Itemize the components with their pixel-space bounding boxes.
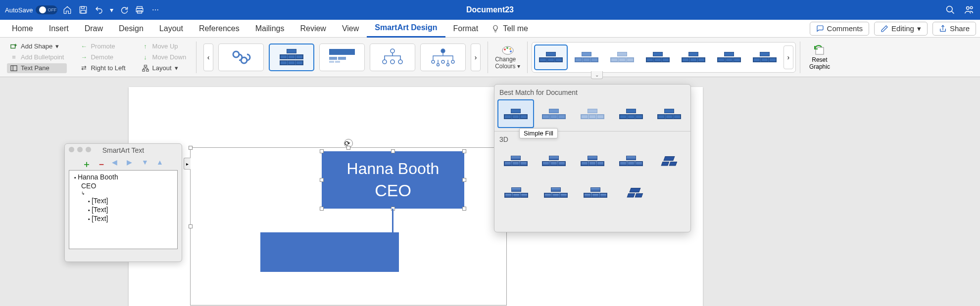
search-icon[interactable] [944, 4, 956, 16]
list-item[interactable]: Hanna Booth [71, 173, 175, 181]
outdent-icon[interactable]: ◀ [112, 158, 120, 166]
palette-icon [501, 45, 514, 55]
layout-thumb-2[interactable] [269, 44, 314, 71]
style-3d-5[interactable] [651, 146, 687, 175]
list-item[interactable]: CEO [71, 181, 175, 190]
redo-icon[interactable] [118, 4, 130, 16]
autosave-toggle[interactable]: OFF [36, 5, 57, 14]
tab-layout[interactable]: Layout [151, 20, 191, 38]
indent-icon[interactable]: ▶ [127, 158, 135, 166]
svg-point-22 [383, 60, 387, 64]
gallery-scroll-right[interactable]: › [471, 44, 481, 71]
move-down-button[interactable]: ↓Move Down [139, 52, 190, 62]
close-dot[interactable] [69, 147, 74, 152]
style-thumb-7[interactable] [748, 44, 782, 70]
layout-gallery: ‹ › [200, 44, 484, 71]
share-people-icon[interactable] [963, 4, 975, 16]
smartart-node-child[interactable] [260, 232, 399, 272]
svg-point-24 [398, 60, 402, 64]
add-shape-button[interactable]: Add Shape ▾ [7, 42, 67, 51]
chevron-down-icon: ▾ [917, 24, 921, 33]
comments-button[interactable]: Comments [810, 22, 870, 36]
style-thumb-5[interactable] [677, 44, 710, 70]
tab-insert[interactable]: Insert [41, 20, 77, 38]
list-item[interactable]: [Text] [71, 205, 175, 214]
smartart-node-ceo[interactable]: Hanna Booth CEO [322, 151, 464, 209]
tab-design[interactable]: Design [111, 20, 151, 38]
lightbulb-icon [491, 24, 500, 33]
change-colours-button[interactable]: ChangeColours ▾ [492, 45, 523, 70]
reset-icon [813, 44, 827, 56]
outline-list[interactable]: Hanna Booth CEO ↳ [Text] [Text] [Text] [69, 170, 178, 249]
moveup-icon[interactable]: ▲ [156, 158, 164, 166]
text-pane-toggle[interactable]: ▸ [184, 158, 191, 170]
style-3d-2[interactable] [536, 146, 573, 175]
style-3d-4[interactable] [613, 146, 649, 175]
list-item[interactable]: [Text] [71, 214, 175, 223]
style-3d-9[interactable] [616, 178, 654, 207]
style-thumb-3[interactable] [605, 44, 639, 70]
styles-gallery-expand[interactable]: ⌄ [591, 71, 603, 79]
svg-point-32 [504, 48, 506, 50]
style-option-4[interactable] [613, 99, 649, 128]
document-title: Document23 [466, 5, 514, 14]
list-item[interactable]: ↳ [71, 190, 175, 196]
style-3d-3[interactable] [574, 146, 611, 175]
svg-rect-2 [81, 10, 86, 13]
print-icon[interactable] [134, 4, 146, 16]
layout-thumb-4[interactable] [370, 44, 415, 71]
save-icon[interactable] [77, 4, 89, 16]
svg-point-7 [967, 7, 970, 9]
gallery-scroll-left[interactable]: ‹ [203, 44, 213, 71]
style-thumb-4[interactable] [641, 44, 675, 70]
style-option-3[interactable] [574, 99, 611, 128]
style-3d-7[interactable] [537, 178, 575, 207]
promote-button[interactable]: ←Promote [77, 42, 128, 51]
remove-icon[interactable]: － [97, 158, 105, 166]
tab-view[interactable]: View [334, 20, 367, 38]
style-3d-6[interactable] [497, 178, 535, 207]
tab-references[interactable]: References [191, 20, 247, 38]
style-thumb-2[interactable] [570, 44, 603, 70]
autosave-control[interactable]: AutoSave OFF [5, 5, 57, 14]
style-thumb-6[interactable] [712, 44, 746, 70]
reset-graphic-button[interactable]: Reset Graphic [804, 44, 835, 70]
style-option-5[interactable] [651, 99, 687, 128]
layout-thumb-3[interactable] [319, 44, 365, 71]
tab-mailings[interactable]: Mailings [247, 20, 293, 38]
tab-draw[interactable]: Draw [77, 20, 111, 38]
undo-dropdown-icon[interactable]: ▾ [109, 4, 114, 16]
demote-button[interactable]: →Demote [77, 52, 128, 62]
home-icon[interactable] [61, 4, 73, 16]
movedown-icon[interactable]: ▼ [142, 158, 149, 166]
undo-icon[interactable] [93, 4, 105, 16]
smartart-text-panel[interactable]: SmartArt Text ＋ － ◀ ▶ ▼ ▲ Hanna Booth CE… [64, 143, 182, 262]
editing-button[interactable]: Editing ▾ [874, 22, 928, 36]
max-dot[interactable] [86, 147, 91, 152]
layout-thumb-5[interactable] [420, 44, 466, 71]
node-text-line2: CEO [375, 181, 411, 200]
share-button[interactable]: Share [932, 22, 976, 36]
style-3d-8[interactable] [577, 178, 614, 207]
move-up-button[interactable]: ↑Move Up [139, 42, 190, 51]
add-icon[interactable]: ＋ [82, 158, 90, 166]
tab-format[interactable]: Format [445, 20, 487, 38]
rtl-button[interactable]: ⇄Right to Left [77, 63, 128, 73]
styles-scroll-right[interactable]: › [784, 45, 793, 69]
text-pane-button[interactable]: Text Pane [7, 63, 67, 73]
min-dot[interactable] [77, 147, 83, 152]
layout-button[interactable]: Layout ▾ [139, 63, 190, 73]
tell-me[interactable]: Tell me [486, 24, 533, 33]
style-option-simple-fill[interactable] [497, 99, 534, 128]
tab-home[interactable]: Home [4, 20, 41, 38]
tab-review[interactable]: Review [292, 20, 334, 38]
style-thumb-1[interactable] [534, 44, 568, 70]
tab-smartart-design[interactable]: SmartArt Design [367, 20, 445, 38]
add-bullet-button[interactable]: ≡ Add Bulletpoint [7, 52, 67, 62]
style-3d-1[interactable] [497, 146, 534, 175]
panel-toolbar: ＋ － ◀ ▶ ▼ ▲ [65, 154, 182, 170]
layout-thumb-1[interactable] [218, 44, 264, 71]
list-item[interactable]: [Text] [71, 196, 175, 205]
style-option-2[interactable] [536, 99, 573, 128]
more-icon[interactable]: ⋯ [149, 4, 161, 16]
